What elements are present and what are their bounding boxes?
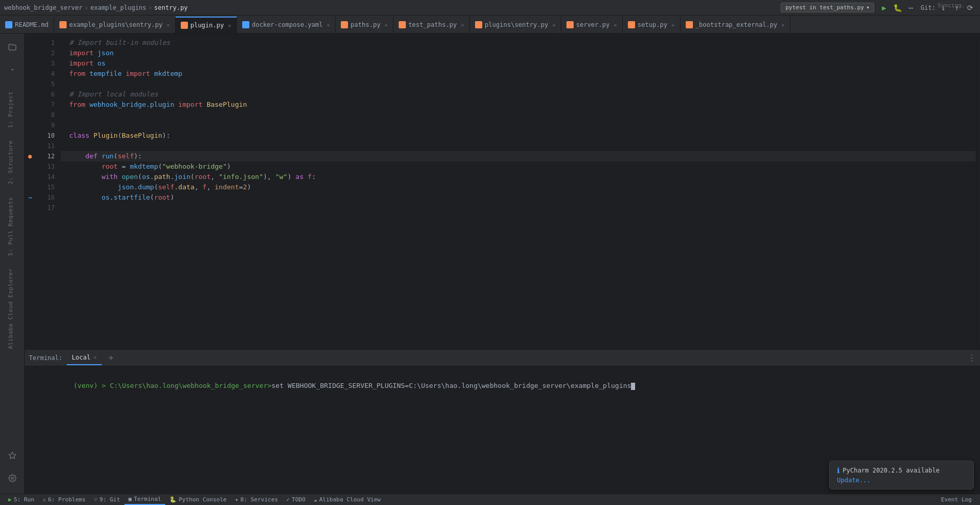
right-scrollbar[interactable] [976,34,980,349]
tab-paths-close[interactable]: ✕ [385,22,388,28]
tab-plugin-close[interactable]: ✕ [228,23,231,28]
notification-title: ℹ PyCharm 2020.2.5 available [837,466,966,475]
notification: ℹ PyCharm 2020.2.5 available Update... [829,461,974,490]
terminal-tab-local[interactable]: Local ✕ [67,351,102,365]
sidebar-label-alibaba[interactable]: Alibaba Cloud Explorer [0,262,21,355]
status-services-label: 8: Services [241,496,278,503]
tab-bootstrap-close[interactable]: ✕ [782,22,785,28]
sidebar-icon-folder[interactable] [3,38,22,56]
sidebar-icon-settings[interactable] [3,469,22,487]
warning-icon: ⚠ [42,496,46,503]
status-services[interactable]: ✦ 8: Services [231,494,282,505]
tab-plugin[interactable]: plugin.py ✕ [176,17,237,33]
line-numbers: 1 2 3 4 5 6 7 8 9 10 11 12 13 14 15 16 1… [35,34,61,349]
tab-readme[interactable]: README.md [0,17,54,33]
sidebar-label-pull-requests[interactable]: 5: Pull Requests [0,191,21,262]
gutter-15 [25,182,35,192]
sidebar-label-project[interactable]: 1: Project [0,85,21,134]
ln-9: 9 [35,120,61,131]
status-alibaba-view-label: Alibaba Cloud View [319,496,381,503]
notification-action[interactable]: Update... [837,477,966,484]
editor-area: ● → 1 2 3 4 5 6 7 8 9 10 11 12 [25,34,980,494]
sidebar-icon-star[interactable] [3,446,22,465]
tab-docker[interactable]: docker-compose.yaml ✕ [237,17,336,33]
status-git[interactable]: ⑂ 9: Git [90,494,124,505]
ln-3: 3 [35,58,61,69]
run-config-label: pytest in test_paths.py [785,4,864,11]
code-line-5 [61,79,976,89]
ln-14: 14 [35,172,61,182]
tab-server-close[interactable]: ✕ [614,22,617,28]
terminal-tab-local-close[interactable]: ✕ [93,354,97,360]
code-line-12: def run(self): [61,151,976,161]
status-bar-right: Event Log [937,496,976,503]
code-line-1: # Import built-in modules [61,38,976,48]
tab-test-paths[interactable]: test_paths.py ✕ [393,17,470,33]
tab-server[interactable]: server.py ✕ [561,17,623,33]
gutter-16: → [25,192,35,203]
gutter-3 [25,58,35,69]
alibaba-icon: ☁ [314,496,318,503]
status-todo[interactable]: ✓ TODO [282,494,309,505]
tab-bar: README.md example_plugins\sentry.py ✕ pl… [0,15,980,34]
gutter-8 [25,110,35,120]
run-config-dropdown-icon: ▾ [866,4,870,11]
tab-example-sentry-close[interactable]: ✕ [167,22,170,28]
tab-paths[interactable]: paths.py ✕ [336,17,393,33]
status-run[interactable]: ▶ 5: Run [4,494,38,505]
tab-setup-icon [628,21,635,28]
sidebar-label-structure[interactable]: 2: Structure [0,134,21,190]
gutter-10 [25,131,35,141]
status-problems[interactable]: ⚠ 6: Problems [38,494,89,505]
status-alibaba-view[interactable]: ☁ Alibaba Cloud View [310,494,385,505]
tab-plugins-sentry-label: plugins\sentry.py [485,21,548,28]
tab-bootstrap[interactable]: _bootstrap_external.py ✕ [681,17,791,33]
ln-10: 10 [35,131,61,141]
gutter-17 [25,203,35,213]
code-line-6: # Import local modules [61,89,976,100]
code-line-13: root = mkdtemp("webhook-bridge") [61,161,976,172]
tab-plugins-sentry-close[interactable]: ✕ [552,22,556,28]
gutter-14 [25,172,35,182]
code-line-3: import os [61,58,976,69]
svg-point-1 [11,477,13,479]
code-line-11 [61,141,976,151]
status-terminal-label: Terminal [134,496,161,502]
tab-test-paths-close[interactable]: ✕ [461,22,464,28]
status-run-label: 5: Run [14,496,35,503]
terminal-tab-local-label: Local [72,354,90,361]
terminal-add-button[interactable]: + [106,353,116,363]
status-event-log[interactable]: Event Log [937,496,976,503]
tab-setup-close[interactable]: ✕ [672,22,675,28]
terminal-command: set WEBHOOK_BRIDGE_SERVER_PLUGINS=C:\Use… [272,382,631,389]
tab-server-icon [566,21,574,28]
gutter-9 [25,120,35,131]
tab-server-label: server.py [576,21,610,28]
code-editor[interactable]: # Import built-in modules import json im… [61,34,976,349]
tab-example-sentry[interactable]: example_plugins\sentry.py ✕ [54,17,176,33]
tab-paths-label: paths.py [351,21,381,28]
run-button[interactable]: ▶ [878,2,890,13]
debug-button[interactable]: 🐛 [892,2,903,13]
code-line-16: os.startfile(root) [61,192,976,203]
gutter-12: ● [25,151,35,161]
ln-6: 6 [35,89,61,100]
more-button[interactable]: ⋯ [905,2,916,13]
terminal-command-line: (venv) > C:\Users\hao.long\webhook_bridg… [33,370,972,401]
ln-2: 2 [35,48,61,58]
sidebar-vertical-labels: 1: Project 2: Structure 5: Pull Requests… [0,85,24,446]
tab-docker-close[interactable]: ✕ [327,22,330,28]
sidebar-icon-expand[interactable] [3,60,22,79]
tab-plugins-sentry[interactable]: plugins\sentry.py ✕ [470,17,561,33]
code-line-7: from webhook_bridge.plugin import BasePl… [61,100,976,110]
status-terminal[interactable]: ▣ Terminal [124,494,166,505]
terminal-menu-button[interactable]: ⋮ [968,353,976,363]
code-container[interactable]: ● → 1 2 3 4 5 6 7 8 9 10 11 12 [25,34,980,349]
main-area: 1: Project 2: Structure 5: Pull Requests… [0,34,980,494]
title-bar: webhook_bridge_server › example_plugins … [0,0,980,15]
status-todo-label: TODO [292,496,306,503]
tab-setup[interactable]: setup.py ✕ [623,17,681,33]
run-config[interactable]: pytest in test_paths.py ▾ [781,3,874,12]
status-python-console[interactable]: 🐍 Python Console [165,494,231,505]
ln-4: 4 [35,69,61,79]
